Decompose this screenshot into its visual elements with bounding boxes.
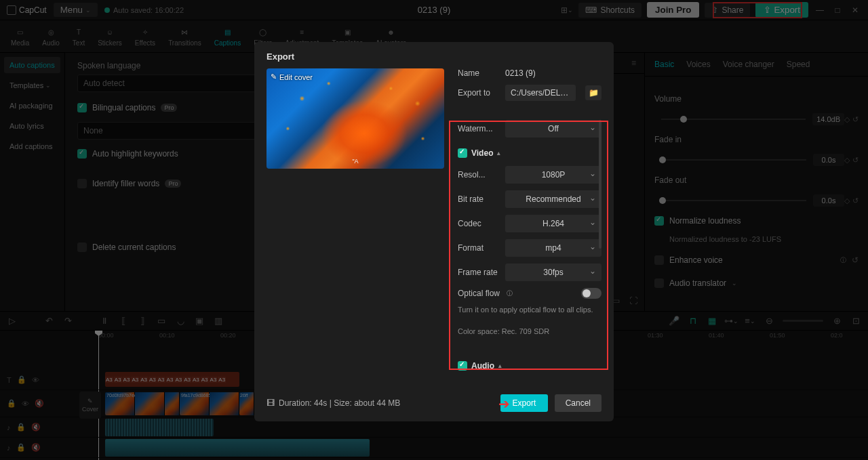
- checkbox-icon[interactable]: [458, 148, 467, 158]
- cover-caption: "A: [352, 158, 358, 165]
- watermark-select[interactable]: Off: [505, 120, 601, 138]
- resolution-select[interactable]: 1080P: [505, 166, 601, 184]
- film-icon: 🎞: [267, 398, 275, 408]
- folder-icon[interactable]: 📁: [585, 85, 601, 100]
- bitrate-select[interactable]: Recommended: [505, 190, 601, 208]
- watermark-row: Waterm... Off: [458, 120, 601, 138]
- optical-flow-row: Optical flowⓘ: [458, 288, 601, 299]
- cover-preview[interactable]: ✎ Edit cover "A: [267, 68, 444, 169]
- annotation-arrow: ➔: [498, 396, 510, 412]
- name-value[interactable]: 0213 (9): [505, 68, 601, 78]
- edit-cover-button[interactable]: ✎ Edit cover: [271, 72, 313, 81]
- export-info: 🎞 Duration: 44s | Size: about 44 MB: [267, 398, 400, 408]
- optical-hint: Turn it on to apply optical flow to all …: [458, 306, 601, 314]
- cancel-button[interactable]: Cancel: [555, 394, 601, 412]
- export-modal: Export ✎ Edit cover "A Name 0213 (9) Exp…: [254, 42, 614, 421]
- optical-flow-toggle[interactable]: [581, 288, 601, 299]
- exportto-value[interactable]: C:/Users/DELL/AppDa...: [505, 85, 576, 101]
- name-row: Name 0213 (9): [458, 68, 601, 78]
- codec-select[interactable]: H.264: [505, 215, 601, 232]
- checkbox-icon[interactable]: [458, 361, 467, 371]
- exportto-row: Export to C:/Users/DELL/AppDa... 📁: [458, 85, 601, 101]
- colorspace-info: Color space: Rec. 709 SDR: [458, 327, 601, 335]
- info-icon[interactable]: ⓘ: [507, 289, 513, 298]
- scrollbar[interactable]: [599, 120, 601, 249]
- video-section-header[interactable]: Video▴: [458, 148, 601, 158]
- framerate-select[interactable]: 30fps: [505, 264, 601, 281]
- audio-section-header[interactable]: Audio▴: [458, 361, 601, 371]
- modal-title: Export: [267, 51, 601, 62]
- format-select[interactable]: mp4: [505, 239, 601, 257]
